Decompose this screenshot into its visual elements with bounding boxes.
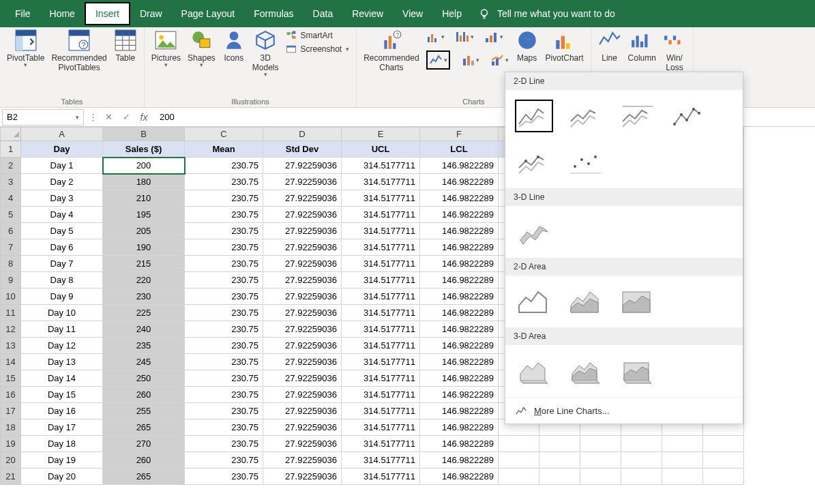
cell-B7[interactable]: 190 [103,239,185,256]
cell-B9[interactable]: 220 [103,272,185,288]
cell-A17[interactable]: Day 16 [21,403,103,419]
cell-E10[interactable]: 314.5177711 [342,288,420,305]
cell-A13[interactable]: Day 12 [21,338,103,354]
cell-E6[interactable]: 314.5177711 [342,223,420,239]
chart-3d-stacked-area[interactable] [567,355,605,387]
cell-E12[interactable]: 314.5177711 [342,321,420,338]
tab-insert[interactable]: Insert [85,2,130,25]
tab-help[interactable]: Help [432,3,471,24]
table-button[interactable]: Table [114,30,137,63]
row-header-19[interactable]: 19 [1,436,21,452]
cell-I19[interactable] [580,436,621,452]
cell-F10[interactable]: 146.9822289 [420,288,499,305]
cell-E9[interactable]: 314.5177711 [342,272,420,288]
cell-D15[interactable]: 27.92259036 [263,370,342,387]
row-header-17[interactable]: 17 [1,403,21,419]
cell-F15[interactable]: 146.9822289 [420,370,499,387]
cell-E5[interactable]: 314.5177711 [342,207,420,223]
line-chart-dropdown[interactable]: ▾ [426,50,450,70]
pivot-table-button[interactable]: PivotTable ▾ [7,30,44,68]
tab-review[interactable]: Review [342,3,393,24]
screenshot-button[interactable]: Screenshot ▾ [286,44,350,55]
chart-3d-line[interactable] [515,216,553,248]
col-header-A[interactable]: A [21,128,103,141]
cell-F14[interactable]: 146.9822289 [420,354,499,370]
cell-J20[interactable] [621,452,662,469]
col-header-F[interactable]: F [420,128,499,141]
cell-A4[interactable]: Day 3 [21,190,103,207]
cell-K21[interactable] [662,469,703,485]
cell-F11[interactable]: 146.9822289 [420,305,499,321]
cell-B16[interactable]: 260 [103,387,185,403]
cell-C18[interactable]: 230.75 [185,419,263,436]
tab-home[interactable]: Home [40,3,85,24]
cell-E18[interactable]: 314.5177711 [342,419,420,436]
cell-A14[interactable]: Day 13 [21,354,103,370]
cell-A20[interactable]: Day 19 [21,452,103,469]
cell-B12[interactable]: 240 [103,321,185,338]
tab-data[interactable]: Data [303,3,343,24]
select-all-corner[interactable] [1,128,21,141]
cell-A10[interactable]: Day 9 [21,288,103,305]
combo-chart-dropdown[interactable]: ▾ [490,53,509,67]
cell-D9[interactable]: 27.92259036 [263,272,342,288]
column-chart-dropdown[interactable]: ▾ [426,30,445,44]
cell-D2[interactable]: 27.92259036 [263,158,342,174]
cell-D12[interactable]: 27.92259036 [263,321,342,338]
row-header-12[interactable]: 12 [1,321,21,338]
row-header-4[interactable]: 4 [1,190,21,207]
recommended-pivot-button[interactable]: ? Recommended PivotTables [51,30,106,72]
cell-F12[interactable]: 146.9822289 [420,321,499,338]
cell-B13[interactable]: 235 [103,338,185,354]
tab-formulas[interactable]: Formulas [244,3,303,24]
row-header-9[interactable]: 9 [1,272,21,288]
cell-A1[interactable]: Day [21,141,103,158]
cell-A18[interactable]: Day 17 [21,419,103,436]
cell-E15[interactable]: 314.5177711 [342,370,420,387]
hierarchy-chart-dropdown[interactable]: ▾ [485,30,503,44]
chart-2d-line[interactable] [515,100,553,132]
cell-C10[interactable]: 230.75 [185,288,263,305]
chart-2d-area[interactable] [515,285,553,318]
cell-F21[interactable]: 146.9822289 [420,469,499,485]
3d-models-button[interactable]: 3D Models ▾ [252,30,279,78]
cell-D18[interactable]: 27.92259036 [263,419,342,436]
pivotchart-button[interactable]: PivotChart [546,30,584,63]
cell-C8[interactable]: 230.75 [185,256,263,272]
cell-D13[interactable]: 27.92259036 [263,338,342,354]
cell-D3[interactable]: 27.92259036 [263,174,342,190]
chart-2d-line-markers[interactable] [670,100,709,132]
cell-C6[interactable]: 230.75 [185,223,263,239]
cell-G21[interactable] [499,469,539,485]
cell-E20[interactable]: 314.5177711 [342,452,420,469]
icons-button[interactable]: Icons [222,30,246,63]
row-header-21[interactable]: 21 [1,469,21,485]
stat-chart-dropdown[interactable]: ▾ [461,53,479,67]
cell-F17[interactable]: 146.9822289 [420,403,499,419]
cell-A7[interactable]: Day 6 [21,239,103,256]
shapes-button[interactable]: Shapes ▾ [188,30,216,68]
name-box[interactable]: B2 ▾ [2,109,84,125]
smartart-button[interactable]: SmartArt [286,30,350,41]
cell-B20[interactable]: 260 [103,452,185,469]
cell-F4[interactable]: 146.9822289 [420,190,499,207]
cell-B5[interactable]: 195 [103,207,185,223]
cell-C2[interactable]: 230.75 [185,158,263,174]
cell-B18[interactable]: 265 [103,419,185,436]
row-header-20[interactable]: 20 [1,452,21,469]
tell-me-search[interactable]: Tell me what you want to do [478,8,615,20]
cell-C12[interactable]: 230.75 [185,321,263,338]
col-header-C[interactable]: C [185,128,263,141]
cell-C17[interactable]: 230.75 [185,403,263,419]
cell-F19[interactable]: 146.9822289 [420,436,499,452]
cell-K19[interactable] [662,436,703,452]
chart-3d-area[interactable] [515,355,553,387]
cell-B14[interactable]: 245 [103,354,185,370]
cell-E2[interactable]: 314.5177711 [342,158,420,174]
cell-D1[interactable]: Std Dev [263,141,342,158]
cell-B19[interactable]: 270 [103,436,185,452]
cell-J19[interactable] [621,436,662,452]
row-header-14[interactable]: 14 [1,354,21,370]
tab-view[interactable]: View [393,3,432,24]
cancel-formula-button[interactable]: ✕ [100,112,117,122]
